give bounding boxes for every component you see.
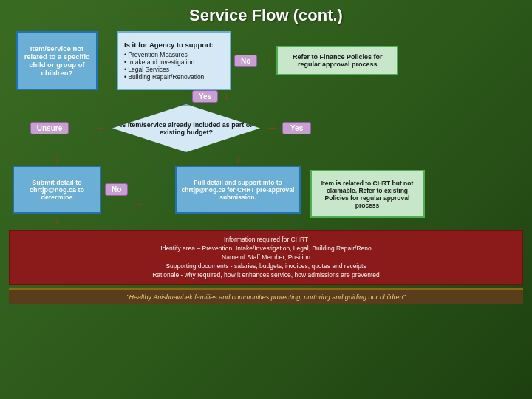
refer-finance-box: Refer to Finance Policies for regular ap… xyxy=(276,46,398,75)
no-center-label: No xyxy=(105,183,128,196)
row3: ↓ Submit detail to chrtjp@nog.ca to dete… xyxy=(9,152,523,227)
no-center-col: No → xyxy=(105,152,171,211)
submit-col: ↓ Submit detail to chrtjp@nog.ca to dete… xyxy=(9,152,105,227)
arrow-right-no: → xyxy=(132,197,144,211)
arrow-right-1: → xyxy=(100,53,114,69)
yes-connector-row: Yes → xyxy=(192,90,523,103)
chrt-related-box: Item is related to CHRT but not claimabl… xyxy=(310,170,425,218)
page-title: Service Flow (cont.) xyxy=(9,6,523,25)
row1: Item/service not related to a specific c… xyxy=(16,31,523,90)
unsure-label: Unsure xyxy=(30,122,69,134)
arrow-down-submit2: ↓ xyxy=(54,214,60,227)
arrow-right-2: → xyxy=(260,53,273,69)
info-line-2: Identify area – Prevention, Intake/Inves… xyxy=(18,245,514,253)
submit-box: Submit detail to chrtjp@nog.ca to determ… xyxy=(13,166,101,214)
info-line-1: Information required for CHRT xyxy=(18,236,514,245)
unsure-area: Unsure xyxy=(9,122,90,134)
arrow-right-yes: → xyxy=(265,120,278,136)
info-box: Information required for CHRT Identify a… xyxy=(9,230,523,285)
agency-item-3: • Legal Services xyxy=(124,66,224,73)
no-label-1: No xyxy=(234,55,257,67)
arrow-down-detail: ↓ xyxy=(235,152,241,166)
row2: Unsure ← Is item/service already include… xyxy=(9,104,523,152)
footer: "Healthy Anishnawbek families and commun… xyxy=(9,288,523,304)
info-line-4: Supporting documents - salaries, budgets… xyxy=(18,262,514,271)
arrow-down-submit: ↓ xyxy=(54,152,60,166)
main-container: Service Flow (cont.) Item/service not re… xyxy=(0,0,532,399)
footer-text: "Healthy Anishnawbek families and commun… xyxy=(16,293,516,301)
agency-item-1: • Prevention Measures xyxy=(124,51,224,58)
full-detail-col: ↓ Full detail and support info to chrtjp… xyxy=(171,152,304,214)
chrt-col: Item is related to CHRT but not claimabl… xyxy=(304,152,430,218)
agency-item-4: • Building Repair/Renovation xyxy=(124,73,224,81)
budget-diamond: Is item/service already included as part… xyxy=(112,104,260,152)
info-line-5: Rationale - why required, how it enhance… xyxy=(18,271,514,280)
arrow-left-budget: ← xyxy=(95,120,108,136)
yes-label-1: Yes xyxy=(192,90,218,103)
agency-question-box: Is it for Agency to support: • Preventio… xyxy=(117,31,231,90)
agency-item-2: • Intake and Investigation xyxy=(124,58,224,66)
full-detail-box: Full detail and support info to chrtjp@n… xyxy=(175,166,301,214)
info-line-3: Name of Staff Member, Position xyxy=(18,253,514,262)
item-service-box: Item/service not related to a specific c… xyxy=(16,31,98,90)
yes-right-label: Yes xyxy=(282,122,311,134)
